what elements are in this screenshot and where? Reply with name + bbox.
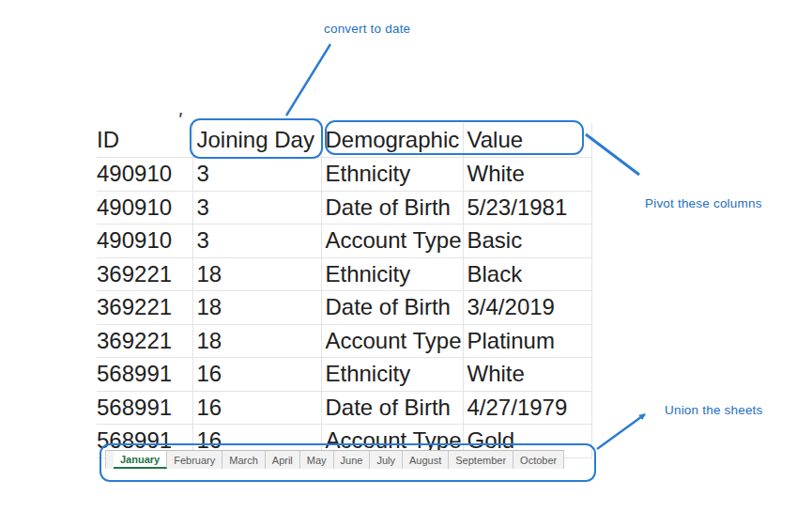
data-table: ID Joining Day Demographic Value 490910 … — [97, 123, 592, 458]
spreadsheet-grid: ID Joining Day Demographic Value 490910 … — [97, 123, 592, 458]
annotation-label-pivot-columns: Pivot these columns — [645, 196, 762, 210]
table-row: 369221 18 Date of Birth 3/4/2019 — [97, 291, 591, 325]
cell-joining-day[interactable]: 16 — [192, 391, 321, 425]
table-row: 568991 16 Date of Birth 4/27/1979 — [97, 391, 591, 425]
cell-id[interactable]: 369221 — [97, 257, 192, 291]
cell-value[interactable]: 4/27/1979 — [463, 391, 591, 425]
cell-demographic[interactable]: Date of Birth — [321, 291, 463, 325]
cell-joining-day[interactable]: 3 — [192, 158, 321, 192]
cell-demographic[interactable]: Date of Birth — [321, 391, 463, 425]
cell-demographic[interactable]: Ethnicity — [321, 158, 463, 192]
column-header-id[interactable]: ID — [97, 123, 192, 158]
cell-value[interactable]: Black — [463, 257, 591, 291]
cell-id[interactable]: 490910 — [97, 191, 192, 225]
annotation-label-convert-to-date: convert to date — [324, 22, 410, 36]
table-row: 490910 3 Ethnicity White — [97, 158, 591, 192]
cell-value[interactable]: White — [463, 158, 591, 192]
annotation-line-convert-to-date — [286, 44, 330, 116]
cell-value[interactable]: 5/23/1981 — [463, 191, 591, 225]
cell-value[interactable]: 3/4/2019 — [463, 291, 591, 325]
table-row: 568991 16 Ethnicity White — [97, 358, 591, 392]
cell-demographic[interactable]: Ethnicity — [321, 257, 463, 291]
annotated-spreadsheet-screenshot: ' ID Joining Day Demographic Value 49091… — [0, 0, 812, 527]
cell-demographic[interactable]: Account Type — [321, 225, 463, 258]
cell-id[interactable]: 490910 — [97, 225, 192, 258]
table-row: 369221 18 Account Type Platinum — [97, 324, 591, 358]
cell-joining-day[interactable]: 18 — [192, 291, 321, 325]
cell-id[interactable]: 490910 — [97, 158, 192, 192]
cell-id[interactable]: 369221 — [97, 291, 192, 325]
table-row: 490910 3 Account Type Basic — [97, 225, 591, 258]
cell-id[interactable]: 568991 — [97, 391, 192, 425]
annotation-box-joining-day — [190, 118, 323, 159]
cell-value[interactable]: Basic — [463, 225, 591, 258]
cell-demographic[interactable]: Account Type — [321, 324, 463, 358]
cell-value[interactable]: White — [463, 358, 591, 392]
cell-demographic[interactable]: Date of Birth — [321, 191, 463, 225]
cell-joining-day[interactable]: 16 — [192, 358, 321, 392]
table-row: 490910 3 Date of Birth 5/23/1981 — [97, 191, 591, 225]
cell-joining-day[interactable]: 18 — [192, 257, 321, 291]
annotation-line-pivot-columns — [586, 134, 639, 175]
cell-demographic[interactable]: Ethnicity — [321, 358, 463, 392]
annotation-box-demographic-value — [325, 120, 584, 155]
annotation-arrow-union-sheets — [597, 414, 645, 449]
table-row: 369221 18 Ethnicity Black — [97, 257, 591, 291]
cell-joining-day[interactable]: 3 — [192, 191, 321, 225]
annotation-label-union-sheets: Union the sheets — [665, 403, 763, 417]
cell-value[interactable]: Platinum — [463, 324, 591, 358]
cell-joining-day[interactable]: 18 — [192, 324, 321, 358]
annotation-box-sheet-tabs — [100, 443, 596, 482]
cell-id[interactable]: 568991 — [97, 358, 192, 392]
cell-joining-day[interactable]: 3 — [192, 225, 321, 258]
cell-id[interactable]: 369221 — [97, 324, 192, 358]
